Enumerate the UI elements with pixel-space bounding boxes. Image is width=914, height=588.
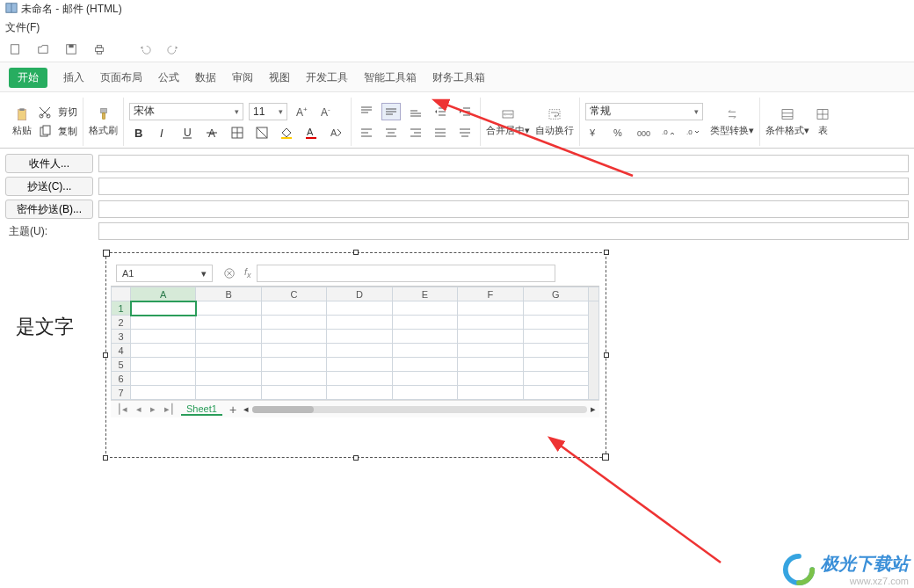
cut-button[interactable]: 剪切 xyxy=(37,105,77,120)
align-right-icon[interactable] xyxy=(406,124,425,142)
sheet-nav-next-icon[interactable]: ▸ xyxy=(148,403,158,415)
underline-icon[interactable]: U xyxy=(178,124,198,142)
align-justify-icon[interactable] xyxy=(431,124,450,142)
sheet-nav-last-icon[interactable]: ▸⎮ xyxy=(162,403,178,415)
redo-icon[interactable] xyxy=(163,40,183,58)
bcc-button[interactable]: 密件抄送(B)... xyxy=(5,200,93,219)
sheet-grid[interactable]: A B C D E F G 1 2 3 4 5 6 7 xyxy=(111,286,599,400)
mail-body[interactable]: 是文字 A1▾ fx A B C D E xyxy=(0,249,914,548)
row-header-7[interactable]: 7 xyxy=(112,386,131,400)
tab-data[interactable]: 数据 xyxy=(195,70,216,85)
sheet-nav-first-icon[interactable]: ⎮◂ xyxy=(114,403,130,415)
font-name-select[interactable]: 宋体▾ xyxy=(129,103,243,120)
align-bottom-icon[interactable] xyxy=(406,103,425,120)
svg-text:B: B xyxy=(134,127,142,140)
cond-format-button[interactable]: 条件格式▾ xyxy=(765,106,809,137)
fill-color-icon[interactable] xyxy=(277,124,296,142)
undo-icon[interactable] xyxy=(135,40,155,58)
col-header-F[interactable]: F xyxy=(458,287,523,301)
row-header-4[interactable]: 4 xyxy=(112,344,131,358)
row-header-6[interactable]: 6 xyxy=(112,372,131,386)
paste-button[interactable]: 粘贴 xyxy=(12,106,32,137)
embedded-spreadsheet[interactable]: A1▾ fx A B C D E F G xyxy=(111,259,599,453)
type-convert-button[interactable]: 类型转换▾ xyxy=(710,106,754,137)
print-icon[interactable] xyxy=(90,40,109,58)
grow-font-icon[interactable]: A+ xyxy=(293,103,312,120)
col-header-D[interactable]: D xyxy=(327,287,392,301)
open-icon[interactable] xyxy=(33,40,53,58)
tab-devtools[interactable]: 开发工具 xyxy=(306,70,348,85)
align-middle-icon[interactable] xyxy=(381,103,401,120)
col-header-A[interactable]: A xyxy=(131,287,196,301)
row-header-1[interactable]: 1 xyxy=(112,301,131,316)
tab-review[interactable]: 审阅 xyxy=(232,70,253,85)
hscroll[interactable]: ◂ ▸ xyxy=(243,403,596,415)
tab-smarttools[interactable]: 智能工具箱 xyxy=(364,70,417,85)
svg-text:+: + xyxy=(303,105,308,113)
wrap-text-button[interactable]: 自动换行 xyxy=(535,106,574,137)
tab-fintools[interactable]: 财务工具箱 xyxy=(432,70,485,85)
align-left-icon[interactable] xyxy=(357,124,376,142)
hscroll-right-icon[interactable]: ▸ xyxy=(591,403,596,415)
row-header-5[interactable]: 5 xyxy=(112,358,131,372)
number-format-select[interactable]: 常规▾ xyxy=(585,103,703,120)
bold-icon[interactable]: B xyxy=(129,124,149,142)
row-header-3[interactable]: 3 xyxy=(112,330,131,344)
percent-icon[interactable]: % xyxy=(610,124,629,142)
cc-input[interactable] xyxy=(98,178,909,195)
menu-file[interactable]: 文件(F) xyxy=(5,21,40,33)
add-sheet-button[interactable]: + xyxy=(226,403,240,417)
tab-insert[interactable]: 插入 xyxy=(63,70,84,85)
cell-style-icon[interactable] xyxy=(252,124,272,142)
tab-view[interactable]: 视图 xyxy=(269,70,290,85)
sheet-nav-prev-icon[interactable]: ◂ xyxy=(134,403,144,415)
tab-formula[interactable]: 公式 xyxy=(158,70,179,85)
tab-start[interactable]: 开始 xyxy=(9,68,47,88)
new-icon[interactable] xyxy=(5,40,25,58)
merge-center-button[interactable]: 合并居中▾ xyxy=(486,106,530,137)
subject-input[interactable] xyxy=(98,222,909,240)
bcc-input[interactable] xyxy=(98,200,909,218)
formula-bar[interactable] xyxy=(257,265,555,282)
cc-button[interactable]: 抄送(C)... xyxy=(5,177,93,196)
select-all-corner[interactable] xyxy=(112,287,131,301)
save-icon[interactable] xyxy=(62,40,81,58)
format-painter-button[interactable]: 格式刷 xyxy=(89,106,118,137)
strike-icon[interactable]: A xyxy=(203,124,222,142)
name-box[interactable]: A1▾ xyxy=(116,265,213,282)
col-header-B[interactable]: B xyxy=(196,287,261,301)
copy-button[interactable]: 复制 xyxy=(37,124,77,140)
italic-icon[interactable]: I xyxy=(154,124,173,142)
cell-A1[interactable] xyxy=(131,301,196,316)
tab-layout[interactable]: 页面布局 xyxy=(100,70,142,85)
table-style-button[interactable]: 表 xyxy=(815,106,831,137)
font-color-icon[interactable]: A xyxy=(301,124,321,142)
sheet-tab-1[interactable]: Sheet1 xyxy=(181,403,222,416)
cancel-formula-icon[interactable] xyxy=(220,265,239,282)
clear-format-icon[interactable]: A xyxy=(326,124,345,142)
align-center-icon[interactable] xyxy=(381,124,401,142)
row-header-2[interactable]: 2 xyxy=(112,316,131,330)
shrink-font-icon[interactable]: A- xyxy=(317,103,337,120)
sheet-tabbar: ⎮◂ ◂ ▸ ▸⎮ Sheet1 + ◂ ▸ xyxy=(111,400,599,417)
comma-icon[interactable]: 000 xyxy=(635,124,654,142)
vscroll[interactable] xyxy=(589,301,599,400)
col-header-G[interactable]: G xyxy=(523,287,588,301)
quick-access-bar xyxy=(0,37,914,62)
align-top-icon[interactable] xyxy=(357,103,376,120)
inc-decimal-icon[interactable]: .0 xyxy=(659,124,678,142)
indent-decrease-icon[interactable] xyxy=(431,103,450,120)
align-distribute-icon[interactable] xyxy=(455,124,475,142)
font-size-select[interactable]: 11▾ xyxy=(249,103,287,120)
to-input[interactable] xyxy=(98,155,909,172)
currency-icon[interactable]: ¥ xyxy=(585,124,605,142)
borders-icon[interactable] xyxy=(228,124,247,142)
col-header-C[interactable]: C xyxy=(261,287,326,301)
indent-increase-icon[interactable] xyxy=(455,103,475,120)
dec-decimal-icon[interactable]: .0 xyxy=(684,124,703,142)
to-button[interactable]: 收件人... xyxy=(5,154,93,173)
svg-text:.0: .0 xyxy=(662,128,668,136)
svg-rect-8 xyxy=(18,110,25,120)
col-header-E[interactable]: E xyxy=(392,287,457,301)
hscroll-left-icon[interactable]: ◂ xyxy=(243,403,249,415)
